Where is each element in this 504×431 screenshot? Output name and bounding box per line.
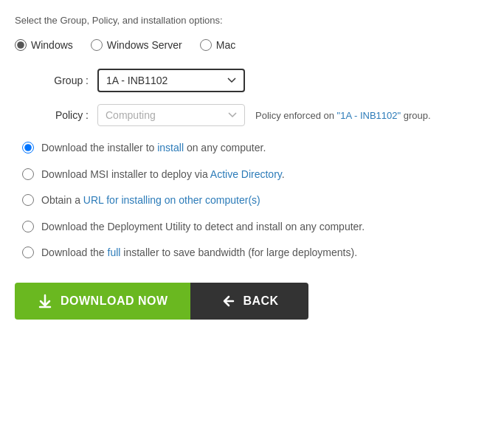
download-arrow-icon xyxy=(37,293,53,309)
back-arrow-icon xyxy=(219,293,235,309)
os-radio-mac[interactable] xyxy=(200,39,212,51)
install-option-4-text: Download the Deployment Utility to detec… xyxy=(41,220,365,235)
install-option-3-text: Obtain a URL for installing on other com… xyxy=(41,193,260,208)
install-option-3[interactable]: Obtain a URL for installing on other com… xyxy=(22,193,489,208)
group-select[interactable]: 1A - INB1102 1B - INB1103 2A - INB2201 xyxy=(97,69,245,92)
os-label-mac: Mac xyxy=(216,39,235,51)
install-option-5[interactable]: Download the full installer to save band… xyxy=(22,246,489,261)
install-option-5-text: Download the full installer to save band… xyxy=(41,246,357,261)
os-label-windows-server: Windows Server xyxy=(107,39,182,51)
install-highlight-2: Active Directory xyxy=(210,168,282,180)
policy-row: Policy : Computing Policy enforced on "1… xyxy=(15,104,489,126)
download-now-button[interactable]: DOWNLOAD NOW xyxy=(15,283,190,320)
instruction-text: Select the Group, Policy, and installati… xyxy=(15,15,489,26)
buttons-row: DOWNLOAD NOW BACK xyxy=(15,283,489,320)
policy-note-prefix: Policy enforced on xyxy=(255,110,337,121)
os-option-mac[interactable]: Mac xyxy=(200,39,235,51)
install-highlight-1: install xyxy=(157,142,184,154)
install-radio-4[interactable] xyxy=(22,221,34,232)
install-highlight-3: URL for installing on other computer(s) xyxy=(83,194,260,206)
install-option-1[interactable]: Download the installer to install on any… xyxy=(22,141,489,156)
back-label: BACK xyxy=(243,294,278,308)
install-options-section: Download the installer to install on any… xyxy=(22,141,489,261)
os-option-windows-server[interactable]: Windows Server xyxy=(91,39,182,51)
install-radio-5[interactable] xyxy=(22,246,34,258)
install-radio-3[interactable] xyxy=(22,194,34,206)
os-option-windows[interactable]: Windows xyxy=(15,39,73,51)
install-highlight-5: full xyxy=(108,246,121,258)
os-label-windows: Windows xyxy=(31,39,73,51)
install-radio-2[interactable] xyxy=(22,168,34,180)
policy-note: Policy enforced on "1A - INB1102" group. xyxy=(255,110,431,121)
policy-select[interactable]: Computing xyxy=(97,104,245,126)
download-now-label: DOWNLOAD NOW xyxy=(61,294,168,308)
install-radio-1[interactable] xyxy=(22,142,34,154)
os-radio-windows-server[interactable] xyxy=(91,39,103,51)
os-radio-group: Windows Windows Server Mac xyxy=(15,39,489,51)
policy-note-group: "1A - INB1102" xyxy=(337,110,401,121)
policy-note-suffix: group. xyxy=(401,110,430,121)
group-label: Group : xyxy=(44,75,89,86)
back-button[interactable]: BACK xyxy=(190,283,308,320)
install-option-1-text: Download the installer to install on any… xyxy=(41,141,266,156)
form-section: Group : 1A - INB1102 1B - INB1103 2A - I… xyxy=(15,69,489,126)
install-option-2[interactable]: Download MSI installer to deploy via Act… xyxy=(22,168,489,182)
policy-label: Policy : xyxy=(44,109,89,121)
os-radio-windows[interactable] xyxy=(15,39,27,51)
install-option-2-text: Download MSI installer to deploy via Act… xyxy=(41,168,285,182)
install-option-4[interactable]: Download the Deployment Utility to detec… xyxy=(22,220,489,235)
group-row: Group : 1A - INB1102 1B - INB1103 2A - I… xyxy=(15,69,489,92)
